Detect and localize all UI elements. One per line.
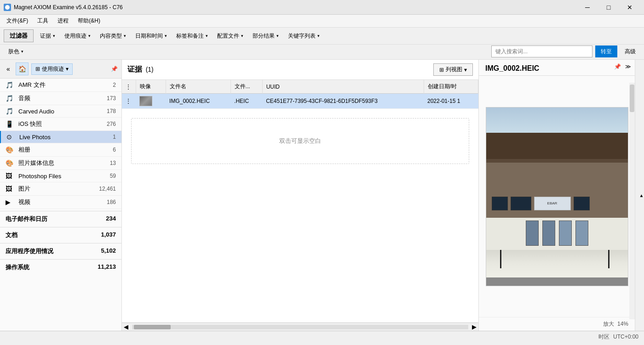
main-layout: « 🏠 ⊞ 使用痕迹 ▾ 📌 🎵 AMR 文件 2 🎵 音频 173 🎵 Car… bbox=[0, 60, 644, 331]
skin-arrow-icon: ▾ bbox=[21, 49, 23, 54]
sidebar-item-live-photos-count: 1 bbox=[113, 134, 116, 140]
col-date[interactable]: 创建日期/时 bbox=[424, 80, 478, 94]
preview-scrollbar[interactable] bbox=[629, 83, 635, 319]
right-strip-up-arrow[interactable]: ▲ bbox=[639, 193, 644, 198]
evidence-header: 证据 (1) ⊞ 列视图 ▾ bbox=[122, 60, 478, 80]
menu-tools[interactable]: 工具 bbox=[33, 15, 53, 27]
sidebar-section-os[interactable]: 操作系统 11,213 bbox=[0, 259, 121, 273]
config-filter-label: 配置文件 bbox=[217, 32, 239, 40]
sidebar-item-audio-count: 173 bbox=[107, 95, 116, 102]
sidebar-item-live-photos[interactable]: ⊙ Live Photos 1 bbox=[0, 131, 121, 143]
scroll-left-btn[interactable]: ◀ bbox=[122, 323, 130, 330]
sidebar-item-album-label: 相册 bbox=[18, 146, 113, 154]
sidebar-item-photoshop[interactable]: 🖼 Photoshop Files 59 bbox=[0, 170, 121, 182]
photo-entrance bbox=[486, 218, 628, 250]
photo-facade: EBAR bbox=[486, 163, 628, 218]
menu-process[interactable]: 进程 bbox=[53, 15, 73, 27]
evidence-table-container: ⋮ 映像 文件名 文件... UUID 创建日期/时 ⋮ bbox=[122, 80, 478, 322]
col-handle[interactable]: ⋮ bbox=[122, 80, 136, 94]
sidebar-item-amr-count: 2 bbox=[113, 82, 116, 88]
sidebar-item-album[interactable]: 🎨 相册 6 bbox=[0, 143, 121, 157]
filter-tags[interactable]: 标签和备注 ▾ bbox=[172, 30, 213, 42]
col-filename[interactable]: 文件名 bbox=[166, 80, 230, 94]
col-image[interactable]: 映像 bbox=[136, 80, 166, 94]
album-icon: 🎨 bbox=[6, 146, 15, 153]
usage-btn-label: 使用痕迹 bbox=[42, 65, 64, 73]
sidebar-item-photo-media-count: 13 bbox=[110, 160, 116, 166]
window-controls: ─ □ ✕ bbox=[577, 0, 640, 15]
keywords-filter-label: 关键字列表 bbox=[288, 32, 316, 40]
sidebar-item-images[interactable]: 🖼 图片 12,461 bbox=[0, 182, 121, 196]
empty-hint-text: 双击可显示空白 bbox=[279, 137, 321, 145]
col-uuid[interactable]: UUID bbox=[262, 80, 424, 94]
tags-arrow-icon: ▾ bbox=[206, 34, 208, 38]
view-btn-label: 列视图 bbox=[446, 66, 462, 74]
sidebar-item-amr[interactable]: 🎵 AMR 文件 2 bbox=[0, 79, 121, 92]
docs-section-count: 1,037 bbox=[101, 231, 116, 239]
sidebar-item-photo-media[interactable]: 🎨 照片媒体信息 13 bbox=[0, 157, 121, 170]
sidebar-item-ios-snapshot[interactable]: 📱 iOS 快照 276 bbox=[0, 118, 121, 131]
preview-pane: IMG_0002.HEIC 📌 ≫ EBAR bbox=[478, 60, 635, 331]
search-input[interactable] bbox=[491, 45, 592, 57]
scrollbar-thumb bbox=[134, 325, 171, 329]
table-header-row: ⋮ 映像 文件名 文件... UUID 创建日期/时 bbox=[122, 80, 478, 94]
sidebar-section-app-usage[interactable]: 应用程序使用情况 5,102 bbox=[0, 243, 121, 257]
menu-help[interactable]: 帮助(&H) bbox=[73, 15, 105, 27]
live-photos-icon: ⊙ bbox=[6, 133, 16, 141]
empty-hint[interactable]: 双击可显示空白 bbox=[131, 118, 469, 164]
ios-snapshot-icon: 📱 bbox=[6, 120, 15, 128]
sidebar-item-carved-audio[interactable]: 🎵 Carved Audio 178 bbox=[0, 105, 121, 118]
usage-btn-icon: ⊞ bbox=[35, 66, 40, 72]
config-arrow-icon: ▾ bbox=[241, 34, 243, 38]
preview-pin-icon[interactable]: 📌 bbox=[614, 63, 621, 70]
sidebar-usage-button[interactable]: ⊞ 使用痕迹 ▾ bbox=[31, 63, 73, 75]
filter-config[interactable]: 配置文件 ▾ bbox=[213, 30, 248, 42]
audio-icon: 🎵 bbox=[6, 95, 15, 102]
grid-icon: ⊞ bbox=[439, 67, 444, 73]
row-drag-icon: ⋮ bbox=[126, 98, 131, 104]
sidebar-section-docs[interactable]: 文档 1,037 bbox=[0, 227, 121, 241]
images-icon: 🖼 bbox=[6, 185, 15, 192]
horizontal-scrollbar[interactable] bbox=[132, 325, 468, 329]
sidebar-item-audio[interactable]: 🎵 音频 173 bbox=[0, 92, 121, 105]
amr-icon: 🎵 bbox=[6, 81, 15, 89]
keywords-arrow-icon: ▾ bbox=[317, 34, 320, 38]
filter-datetime[interactable]: 日期和时间 ▾ bbox=[131, 30, 172, 42]
close-button[interactable]: ✕ bbox=[619, 0, 640, 15]
filter-skin-color[interactable]: 肤色 ▾ bbox=[4, 46, 28, 57]
row-date: 2022-01-15 1 bbox=[424, 94, 478, 109]
scroll-right-btn[interactable]: ▶ bbox=[470, 323, 478, 330]
preview-expand-icon[interactable]: ≫ bbox=[625, 63, 631, 70]
maximize-button[interactable]: □ bbox=[598, 0, 619, 15]
minimize-button[interactable]: ─ bbox=[577, 0, 598, 15]
filter-keywords[interactable]: 关键字列表 ▾ bbox=[283, 30, 324, 42]
filter-partial[interactable]: 部分结果 ▾ bbox=[248, 30, 283, 42]
right-sidebar-strip: ▲ 社 又 照 证 拼 排 ▼ bbox=[635, 60, 644, 331]
filter-usage[interactable]: 使用痕迹 ▾ bbox=[60, 30, 95, 42]
preview-header: IMG_0002.HEIC bbox=[479, 60, 635, 76]
photo-roof bbox=[486, 133, 628, 163]
datetime-filter-label: 日期和时间 bbox=[135, 32, 163, 40]
filter-evidence[interactable]: 证据 ▾ bbox=[35, 30, 60, 42]
sidebar-pin-icon[interactable]: 📌 bbox=[111, 66, 118, 72]
sidebar-home-button[interactable]: 🏠 bbox=[16, 62, 29, 75]
content-area: 证据 (1) ⊞ 列视图 ▾ ⋮ 映像 文件名 文件... UUID 创建 bbox=[122, 60, 478, 331]
sidebar-item-video[interactable]: ▶ 视频 186 bbox=[0, 196, 121, 209]
goto-button[interactable]: 转至 bbox=[595, 45, 617, 57]
usage-btn-arrow: ▾ bbox=[66, 66, 69, 72]
advanced-button[interactable]: 高级 bbox=[620, 45, 640, 57]
preview-zoom: 放大 14% bbox=[479, 317, 635, 331]
sidebar-collapse-button[interactable]: « bbox=[4, 64, 13, 74]
sidebar-section-email[interactable]: 电子邮件和日历 234 bbox=[0, 211, 121, 225]
usage-arrow-icon: ▾ bbox=[88, 34, 91, 38]
menu-file[interactable]: 文件(&F) bbox=[2, 15, 33, 27]
filter-content-type[interactable]: 内容类型 ▾ bbox=[95, 30, 131, 42]
os-section-count: 11,213 bbox=[98, 263, 116, 271]
row-thumbnail bbox=[139, 96, 152, 106]
sidebar-header: « 🏠 ⊞ 使用痕迹 ▾ 📌 bbox=[0, 60, 121, 79]
content-arrow-icon: ▾ bbox=[124, 34, 126, 38]
col-filetype[interactable]: 文件... bbox=[230, 80, 262, 94]
view-toggle-button[interactable]: ⊞ 列视图 ▾ bbox=[433, 63, 473, 76]
zoom-label: 放大 bbox=[603, 321, 614, 327]
table-row[interactable]: ⋮ IMG_0002.HEIC .HEIC CE451E77-7395-43CF… bbox=[122, 94, 478, 109]
